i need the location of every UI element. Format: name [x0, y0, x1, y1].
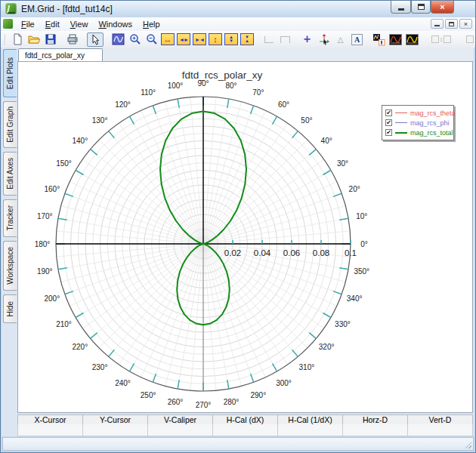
arrows-in-h-icon: ►◄ — [195, 37, 204, 42]
toolbar-grip — [5, 34, 6, 45]
svg-text:230°: 230° — [92, 363, 108, 371]
value-cell — [277, 424, 342, 436]
expand-y-button[interactable]: ↕ — [209, 33, 222, 45]
sidebar: Edit Plots Edit Graph Edit Axes Tracker … — [2, 48, 17, 436]
maximize-icon — [418, 4, 425, 10]
svg-text:50°: 50° — [301, 116, 312, 125]
svg-text:60°: 60° — [278, 100, 289, 109]
svg-text:130°: 130° — [92, 116, 108, 125]
zoom-in-icon — [129, 33, 141, 45]
mdi-minimize-icon — [434, 25, 440, 26]
pan-y-out-button[interactable]: ▲▼ — [224, 33, 238, 45]
mdi-minimize-button[interactable] — [431, 19, 444, 29]
status-bar — [2, 437, 474, 451]
arrows-out-v-icon: ▲▼ — [229, 35, 233, 43]
sidebar-item-tracker[interactable]: Tracker — [3, 199, 17, 237]
column-header: Y-Cursor — [83, 414, 148, 424]
legend-label-phi: mag_rcs_phi — [410, 119, 450, 127]
arrows-in-v-icon: ▼▲ — [245, 35, 249, 43]
legend-checkbox-total[interactable]: ✔ — [385, 129, 392, 136]
svg-text:310°: 310° — [299, 363, 315, 371]
svg-text:0.1: 0.1 — [345, 248, 357, 257]
cursor-table-header-row: X-Cursor Y-Cursor V-Caliper H-Cal (dX) H… — [17, 414, 473, 424]
svg-text:280°: 280° — [224, 398, 240, 406]
menu-file[interactable]: File — [16, 19, 40, 29]
curve-style-yellow-button[interactable] — [405, 32, 419, 47]
svg-text:210°: 210° — [56, 320, 72, 328]
svg-text:0.08: 0.08 — [313, 248, 329, 257]
text-label-button[interactable]: A — [350, 32, 364, 47]
box-icon — [466, 35, 474, 43]
minimize-button[interactable] — [391, 1, 411, 14]
save-button[interactable] — [43, 32, 57, 47]
align-horizontal-button[interactable]: ↔ — [463, 32, 476, 47]
plot-panel: 0.020.040.060.080.10°10°20°30°40°50°60°7… — [17, 61, 473, 413]
menu-help[interactable]: Help — [138, 19, 165, 29]
compress-y-button[interactable]: ▼▲ — [240, 33, 254, 45]
menu-view[interactable]: View — [65, 19, 94, 29]
sidebar-item-edit-axes[interactable]: Edit Axes — [3, 152, 17, 196]
marker-style-icon — [372, 33, 385, 46]
cursor-table-value-row — [17, 424, 473, 436]
legend: ✔ mag_rcs_theta ✔ mag_rcs_phi ✔ mag_rcs_… — [382, 105, 454, 140]
svg-text:220°: 220° — [72, 343, 88, 351]
crosshair-button[interactable]: + — [300, 32, 314, 47]
app-icon — [5, 3, 17, 14]
zoom-out-button[interactable] — [144, 32, 159, 47]
align-vertical-button[interactable]: ↕ — [427, 32, 456, 47]
column-header: V-Caliper — [148, 414, 213, 424]
close-icon: × — [440, 2, 444, 11]
curve-style-red-button[interactable] — [388, 32, 403, 47]
corner-icon — [264, 36, 274, 43]
new-file-button[interactable] — [10, 32, 24, 47]
sidebar-item-hide[interactable]: Hide — [3, 294, 17, 323]
column-header: H-Cal (1/dX) — [278, 414, 343, 424]
pan-x-out-button[interactable]: ◄► — [177, 33, 190, 45]
menu-edit[interactable]: Edit — [40, 19, 65, 29]
value-cell — [17, 424, 82, 436]
mdi-restore-button[interactable] — [445, 19, 458, 29]
pointer-tool-button[interactable] — [87, 32, 104, 47]
column-header: Vert-D — [408, 414, 473, 424]
tab-fdtd-rcs-polar-xy[interactable]: fdtd_rcs_polar_xy — [18, 48, 103, 61]
legend-row-total: ✔ mag_rcs_total — [385, 128, 450, 137]
corner-tool-button[interactable] — [261, 32, 276, 47]
frame-tool-button[interactable] — [278, 32, 292, 47]
menu-windows[interactable]: Windows — [93, 19, 138, 29]
svg-text:140°: 140° — [72, 137, 88, 145]
svg-text:120°: 120° — [115, 100, 131, 109]
legend-row-phi: ✔ mag_rcs_phi — [385, 118, 450, 128]
zoom-out-icon — [146, 33, 158, 45]
zoom-in-button[interactable] — [128, 32, 142, 47]
document-tab-bar: fdtd_rcs_polar_xy — [17, 48, 473, 61]
open-file-button[interactable] — [26, 32, 41, 47]
mdi-close-button[interactable]: × — [459, 19, 472, 29]
value-cell — [82, 424, 147, 436]
sidebar-item-edit-graph[interactable]: Edit Graph — [3, 101, 17, 148]
text-label-icon: A — [351, 34, 363, 45]
compress-x-button[interactable]: ►◄ — [193, 33, 206, 45]
maximize-button[interactable] — [411, 1, 431, 14]
close-button[interactable]: × — [431, 1, 454, 14]
fit-plot-icon — [112, 33, 125, 45]
svg-text:330°: 330° — [335, 320, 351, 328]
expand-x-button[interactable]: ↔ — [161, 33, 175, 45]
expand-y-icon: ↕ — [213, 35, 218, 43]
legend-checkbox-phi[interactable]: ✔ — [385, 119, 392, 126]
svg-text:340°: 340° — [347, 294, 363, 303]
tracker-cursor-button[interactable] — [317, 32, 331, 47]
sidebar-item-workspace[interactable]: Workspace — [3, 241, 17, 291]
spread-v-icon: ↕ — [440, 36, 444, 43]
svg-text:260°: 260° — [168, 398, 184, 406]
marker-style-button[interactable] — [372, 32, 386, 47]
marker-shape-button[interactable]: △ — [333, 32, 348, 47]
document-icon — [3, 19, 13, 29]
tracker-cursor-icon — [318, 33, 330, 45]
resize-grip[interactable] — [464, 441, 471, 448]
print-button[interactable] — [65, 32, 79, 47]
plot-title: fdtd_rcs_polar_xy — [86, 69, 358, 81]
curve-red-icon — [389, 34, 402, 45]
fit-plot-button[interactable] — [111, 32, 125, 47]
legend-checkbox-theta[interactable]: ✔ — [385, 109, 392, 116]
sidebar-item-edit-plots[interactable]: Edit Plots — [3, 49, 17, 97]
